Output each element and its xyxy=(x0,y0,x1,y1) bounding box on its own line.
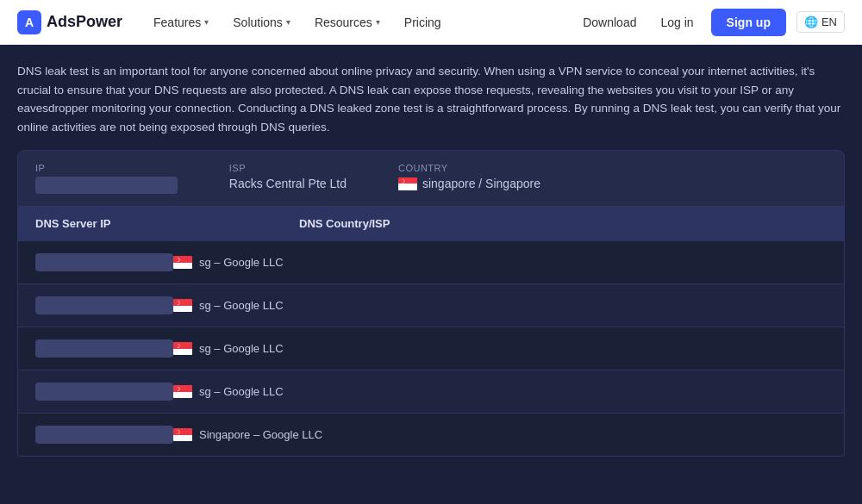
dns-isp-4: ☽ Singapore – Google LLC xyxy=(173,428,827,441)
flag-sg-icon: ☽ xyxy=(398,177,417,190)
globe-icon: 🌐 xyxy=(804,16,818,28)
dns-col-country-isp: DNS Country/ISP xyxy=(299,217,827,230)
flag-sg-icon: ☽ xyxy=(173,256,192,269)
ip-info-card: IP ██.███.███.███ ISP Racks Central Pte … xyxy=(17,150,845,207)
logo-text: AdsPower xyxy=(47,13,122,31)
dns-isp-0: ☽ sg – Google LLC xyxy=(173,256,827,269)
table-row: ████████ ☽ Singapore – Google LLC xyxy=(18,413,844,456)
flag-sg-icon: ☽ xyxy=(173,299,192,312)
logo-icon: A xyxy=(17,10,41,34)
dns-ip-4: ████████ xyxy=(35,426,173,444)
flag-sg-icon: ☽ xyxy=(173,342,192,355)
dns-isp-1: ☽ sg – Google LLC xyxy=(173,299,827,312)
dns-ip-0: ████████ xyxy=(35,253,173,271)
dns-ip-3: ████████ xyxy=(35,383,173,401)
dns-isp-3: ☽ sg – Google LLC xyxy=(173,385,827,398)
login-link[interactable]: Log in xyxy=(653,10,700,34)
nav-links: Features ▾ Solutions ▾ Resources ▾ Prici… xyxy=(143,10,555,34)
chevron-down-icon: ▾ xyxy=(204,17,209,27)
dns-table-header: DNS Server IP DNS Country/ISP xyxy=(18,207,844,240)
ip-value: ██.███.███.███ xyxy=(35,177,178,194)
country-value: ☽ singapore / Singapore xyxy=(398,177,540,190)
dns-isp-2: ☽ sg – Google LLC xyxy=(173,342,827,355)
logo[interactable]: A AdsPower xyxy=(17,10,122,34)
chevron-down-icon: ▾ xyxy=(286,17,290,27)
dns-ip-1: ████████ xyxy=(35,296,173,314)
main-content: DNS leak test is an important tool for a… xyxy=(0,45,862,504)
flag-sg-icon: ☽ xyxy=(173,428,192,441)
table-row: ████████ ☽ sg – Google LLC xyxy=(18,283,844,327)
table-row: ████████ ☽ sg – Google LLC xyxy=(18,370,844,413)
nav-item-resources[interactable]: Resources ▾ xyxy=(304,10,390,34)
ip-info-ip: IP ██.███.███.███ xyxy=(35,163,178,194)
nav-item-features[interactable]: Features ▾ xyxy=(143,10,219,34)
chevron-down-icon: ▾ xyxy=(376,17,380,27)
dns-col-server-ip: DNS Server IP xyxy=(35,217,299,230)
table-row: ████████ ☽ sg – Google LLC xyxy=(18,327,844,370)
description-text: DNS leak test is an important tool for a… xyxy=(17,62,845,136)
signup-button[interactable]: Sign up xyxy=(711,9,786,36)
nav-right: Download Log in Sign up 🌐 EN xyxy=(576,9,845,36)
flag-sg-icon: ☽ xyxy=(173,385,192,398)
dns-ip-2: ████████ xyxy=(35,339,173,358)
nav-item-pricing[interactable]: Pricing xyxy=(394,10,452,34)
language-selector[interactable]: 🌐 EN xyxy=(796,11,845,33)
nav-item-solutions[interactable]: Solutions ▾ xyxy=(222,10,301,34)
ip-info-country: Country ☽ singapore / Singapore xyxy=(398,163,540,190)
isp-value: Racks Central Pte Ltd xyxy=(229,177,347,190)
table-row: ████████ ☽ sg – Google LLC xyxy=(18,240,844,283)
dns-table: DNS Server IP DNS Country/ISP ████████ ☽… xyxy=(17,207,845,457)
download-link[interactable]: Download xyxy=(576,10,643,34)
ip-info-isp: ISP Racks Central Pte Ltd xyxy=(229,163,347,190)
navbar: A AdsPower Features ▾ Solutions ▾ Resour… xyxy=(0,0,862,45)
